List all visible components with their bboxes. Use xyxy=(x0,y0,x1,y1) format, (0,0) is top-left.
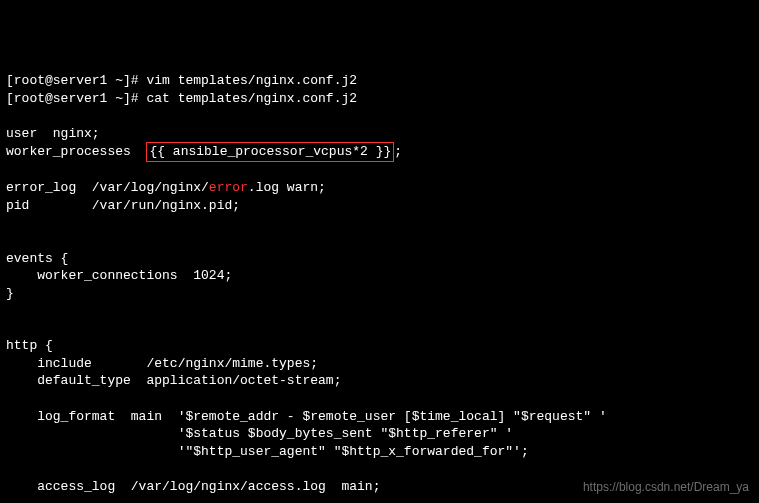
file-line: .log warn; xyxy=(248,180,326,195)
prev-command-line: [root@server1 ~]# vim templates/nginx.co… xyxy=(6,73,357,88)
file-line: user nginx; xyxy=(6,126,100,141)
file-line: pid /var/run/nginx.pid; xyxy=(6,198,240,213)
file-line: include /etc/nginx/mime.types; xyxy=(6,356,318,371)
watermark-text: https://blog.csdn.net/Dream_ya xyxy=(583,479,749,495)
template-variable-highlight: {{ ansible_processor_vcpus*2 }} xyxy=(146,142,394,162)
file-line: default_type application/octet-stream; xyxy=(6,373,341,388)
file-line: events { xyxy=(6,251,68,266)
file-line: } xyxy=(6,286,14,301)
file-line: error_log /var/log/nginx/ xyxy=(6,180,209,195)
terminal-output[interactable]: [root@server1 ~]# vim templates/nginx.co… xyxy=(6,72,753,503)
file-line: log_format main '$remote_addr - $remote_… xyxy=(6,409,607,424)
file-line: '"$http_user_agent" "$http_x_forwarded_f… xyxy=(6,444,529,459)
file-line: access_log /var/log/nginx/access.log mai… xyxy=(6,479,380,494)
command-text: cat templates/nginx.conf.j2 xyxy=(146,91,357,106)
file-line: '$status $body_bytes_sent "$http_referer… xyxy=(6,426,513,441)
file-line: worker_connections 1024; xyxy=(6,268,232,283)
file-line: worker_processes xyxy=(6,144,146,159)
shell-prompt: [root@server1 ~]# xyxy=(6,91,146,106)
file-line: http { xyxy=(6,338,53,353)
error-keyword: error xyxy=(209,180,248,195)
file-line: ; xyxy=(394,144,402,159)
